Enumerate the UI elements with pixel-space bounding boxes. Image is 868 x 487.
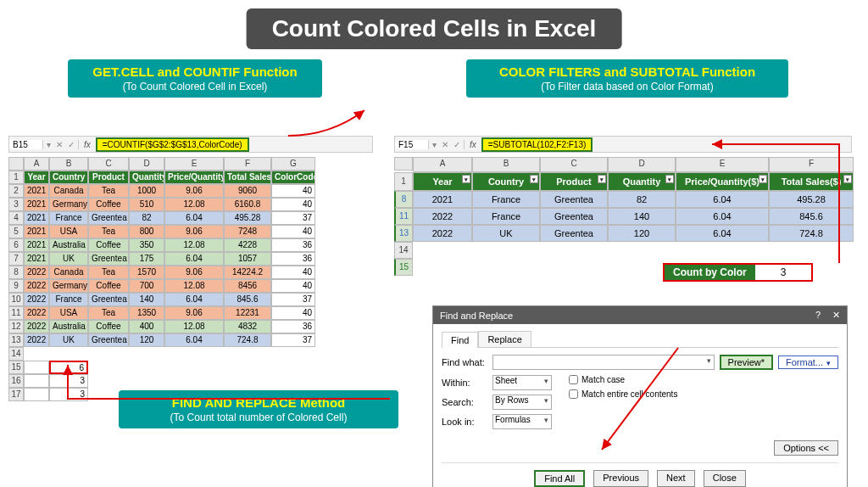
- data-cell[interactable]: 40: [271, 198, 315, 211]
- data-cell[interactable]: 12.08: [164, 320, 224, 333]
- row-header[interactable]: 16: [8, 374, 24, 388]
- row-header[interactable]: 12: [8, 320, 24, 333]
- row-header[interactable]: 11: [394, 208, 413, 225]
- data-cell[interactable]: 6160.8: [224, 198, 271, 211]
- data-cell[interactable]: USA: [49, 306, 88, 320]
- data-cell[interactable]: 2022: [24, 333, 49, 347]
- row-header[interactable]: 7: [8, 252, 24, 266]
- col-header[interactable]: A: [413, 157, 472, 172]
- row-header[interactable]: 10: [8, 293, 24, 306]
- row-header[interactable]: 13: [8, 333, 24, 347]
- data-cell[interactable]: France: [49, 293, 88, 306]
- data-cell[interactable]: France: [472, 208, 540, 225]
- data-cell[interactable]: 40: [271, 279, 315, 293]
- row-header[interactable]: 11: [8, 306, 24, 320]
- name-box-left[interactable]: B15: [9, 140, 43, 149]
- data-cell[interactable]: 140: [608, 208, 676, 225]
- col-header[interactable]: E: [164, 157, 224, 171]
- table-header[interactable]: Year▾: [413, 172, 472, 191]
- data-cell[interactable]: 12.08: [164, 279, 224, 293]
- row-header[interactable]: 15: [394, 259, 413, 276]
- data-cell[interactable]: 37: [271, 211, 315, 225]
- data-cell[interactable]: Coffee: [88, 238, 129, 252]
- data-cell[interactable]: Greentea: [88, 252, 129, 266]
- data-cell[interactable]: 12.08: [164, 198, 224, 211]
- corner-cell[interactable]: [8, 157, 24, 171]
- filter-icon[interactable]: ▾: [462, 175, 470, 183]
- data-cell[interactable]: Tea: [88, 184, 129, 198]
- previous-button[interactable]: Previous: [593, 470, 648, 487]
- data-cell[interactable]: 2022: [24, 320, 49, 333]
- data-cell[interactable]: 495.28: [769, 191, 854, 208]
- table-header[interactable]: Total Sales($)▾: [769, 172, 854, 191]
- data-cell[interactable]: 140: [129, 293, 164, 306]
- match-entire-checkbox[interactable]: Match entire cell contents: [569, 389, 677, 399]
- data-cell[interactable]: 82: [608, 191, 676, 208]
- data-cell[interactable]: Tea: [88, 225, 129, 238]
- data-cell[interactable]: 1057: [224, 252, 271, 266]
- col-header[interactable]: B: [49, 157, 88, 171]
- result-cell[interactable]: 3: [49, 374, 88, 388]
- data-cell[interactable]: 2021: [24, 198, 49, 211]
- data-cell[interactable]: UK: [49, 333, 88, 347]
- table-header[interactable]: Product▾: [540, 172, 608, 191]
- data-cell[interactable]: France: [49, 211, 88, 225]
- data-cell[interactable]: 9060: [224, 184, 271, 198]
- data-cell[interactable]: Germany: [49, 198, 88, 211]
- data-cell[interactable]: 4228: [224, 238, 271, 252]
- data-cell[interactable]: 82: [129, 211, 164, 225]
- data-cell[interactable]: 1350: [129, 306, 164, 320]
- data-cell[interactable]: Canada: [49, 266, 88, 279]
- data-cell[interactable]: [24, 374, 49, 388]
- data-cell[interactable]: Canada: [49, 184, 88, 198]
- data-cell[interactable]: 175: [129, 252, 164, 266]
- data-cell[interactable]: 800: [129, 225, 164, 238]
- help-icon[interactable]: ?: [815, 310, 821, 321]
- data-cell[interactable]: 36: [271, 320, 315, 333]
- close-button[interactable]: Close: [704, 470, 746, 487]
- data-cell[interactable]: 1570: [129, 266, 164, 279]
- data-cell[interactable]: 2022: [413, 208, 472, 225]
- fx-icon[interactable]: fx: [465, 140, 481, 149]
- data-cell[interactable]: 6.04: [164, 211, 224, 225]
- fx-icon[interactable]: fx: [79, 140, 96, 149]
- col-header[interactable]: D: [129, 157, 164, 171]
- data-cell[interactable]: France: [472, 191, 540, 208]
- data-cell[interactable]: UK: [472, 225, 540, 242]
- data-cell[interactable]: 9.06: [164, 184, 224, 198]
- table-header[interactable]: Quantity: [129, 171, 164, 184]
- data-cell[interactable]: 495.28: [224, 211, 271, 225]
- row-header[interactable]: 1: [8, 171, 24, 184]
- data-cell[interactable]: 36: [271, 238, 315, 252]
- formula-bar-buttons-left[interactable]: ▾✕✓: [43, 140, 79, 149]
- data-cell[interactable]: 4832: [224, 320, 271, 333]
- tab-replace[interactable]: Replace: [478, 331, 531, 347]
- data-cell[interactable]: Greentea: [540, 225, 608, 242]
- data-cell[interactable]: 40: [271, 225, 315, 238]
- filter-icon[interactable]: ▾: [843, 175, 852, 183]
- lookin-combo[interactable]: Formulas: [492, 414, 552, 429]
- data-cell[interactable]: Tea: [88, 306, 129, 320]
- col-header[interactable]: F: [769, 157, 854, 172]
- data-cell[interactable]: 6.04: [164, 333, 224, 347]
- row-header[interactable]: 14: [394, 242, 413, 259]
- formula-input-left[interactable]: =COUNTIF($G$2:$G$13,ColorCode): [96, 137, 249, 152]
- row-header[interactable]: 2: [8, 184, 24, 198]
- data-cell[interactable]: Greentea: [540, 191, 608, 208]
- dialog-titlebar[interactable]: Find and Replace ?✕: [433, 306, 847, 324]
- corner-cell[interactable]: [394, 157, 413, 171]
- data-cell[interactable]: 8456: [224, 279, 271, 293]
- data-cell[interactable]: 6.04: [676, 208, 769, 225]
- preview-button[interactable]: Preview*: [720, 355, 773, 370]
- data-cell[interactable]: 2021: [24, 238, 49, 252]
- row-header[interactable]: 3: [8, 198, 24, 211]
- data-cell[interactable]: 2021: [413, 191, 472, 208]
- next-button[interactable]: Next: [657, 470, 695, 487]
- data-cell[interactable]: Australia: [49, 320, 88, 333]
- row-header[interactable]: 8: [394, 191, 413, 208]
- data-cell[interactable]: 6.04: [676, 191, 769, 208]
- data-cell[interactable]: 510: [129, 198, 164, 211]
- data-cell[interactable]: 2021: [24, 211, 49, 225]
- row-header[interactable]: 15: [8, 361, 24, 374]
- col-header[interactable]: G: [271, 157, 315, 171]
